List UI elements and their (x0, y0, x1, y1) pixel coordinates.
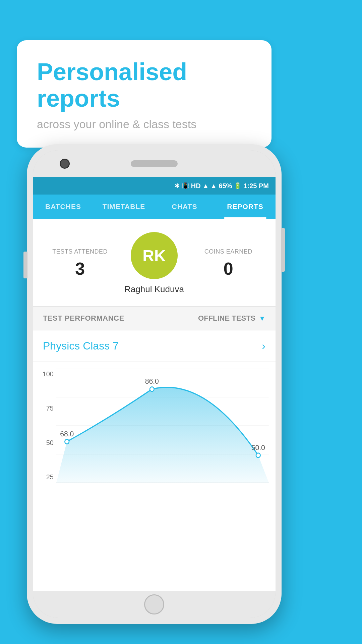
signal-icon: ▲ (211, 182, 217, 190)
phone-bezel-bottom (33, 591, 276, 618)
tests-attended-label: TESTS ATTENDED (43, 248, 117, 255)
chart-section: 100 75 50 25 (33, 362, 276, 483)
chart-container: 100 75 50 25 (36, 369, 272, 483)
coins-earned-label: COINS EARNED (191, 248, 265, 255)
front-camera (60, 159, 70, 169)
status-bar: ✱ 📳 HD ▲ ▲ 65% 🔋 1:25 PM (33, 177, 276, 195)
screen: ✱ 📳 HD ▲ ▲ 65% 🔋 1:25 PM BATCHES TIMETAB… (33, 177, 276, 591)
avatar: RK (131, 232, 178, 279)
performance-label: TEST PERFORMANCE (43, 314, 124, 323)
battery-icon: 🔋 (234, 182, 241, 190)
speaker (131, 160, 178, 167)
chart-area: 68.0 86.0 50.0 (56, 369, 269, 483)
filter-section: TEST PERFORMANCE OFFLINE TESTS ▼ (33, 307, 276, 330)
chart-fill (56, 387, 269, 483)
bubble-subtitle: across your online & class tests (37, 118, 251, 131)
time: 1:25 PM (243, 182, 269, 190)
phone-mockup: ✱ 📳 HD ▲ ▲ 65% 🔋 1:25 PM BATCHES TIMETAB… (27, 144, 282, 624)
chevron-down-icon: ▼ (259, 315, 265, 322)
data-label-2: 86.0 (145, 377, 159, 386)
tests-attended-value: 3 (43, 259, 117, 279)
avatar-initials: RK (142, 247, 166, 265)
tab-timetable[interactable]: TIMETABLE (94, 195, 154, 219)
side-button-left (23, 252, 27, 278)
avatar-container: RK Raghul Kuduva (117, 232, 191, 294)
hd-label: HD (191, 182, 201, 190)
y-label-25: 25 (36, 473, 56, 481)
y-label-75: 75 (36, 405, 56, 412)
vibrate-icon: 📳 (182, 182, 189, 190)
offline-tests-dropdown[interactable]: OFFLINE TESTS ▼ (198, 314, 265, 323)
y-label-50: 50 (36, 439, 56, 447)
offline-tests-label: OFFLINE TESTS (198, 314, 255, 323)
battery-percent: 65% (219, 182, 232, 190)
phone-bezel-top (33, 150, 276, 177)
speech-bubble: Personalised reports across your online … (17, 40, 272, 148)
tab-reports[interactable]: REPORTS (215, 195, 276, 219)
side-button-right (281, 228, 285, 272)
wifi-icon: ▲ (203, 182, 209, 190)
tab-batches[interactable]: BATCHES (33, 195, 94, 219)
data-point-3 (256, 453, 260, 458)
profile-section: TESTS ATTENDED 3 RK Raghul Kuduva COINS … (33, 219, 276, 307)
coins-earned-box: COINS EARNED 0 (191, 248, 265, 279)
chart-svg: 68.0 86.0 50.0 (56, 369, 269, 483)
data-label-3: 50.0 (251, 443, 265, 452)
bluetooth-icon: ✱ (175, 182, 180, 190)
chevron-right-icon: › (262, 340, 265, 352)
class-row[interactable]: Physics Class 7 › (33, 330, 276, 362)
data-label-1: 68.0 (60, 429, 74, 438)
tab-chats[interactable]: CHATS (154, 195, 215, 219)
nav-tabs: BATCHES TIMETABLE CHATS REPORTS (33, 195, 276, 219)
y-label-100: 100 (36, 370, 56, 378)
y-axis: 100 75 50 25 (36, 369, 56, 483)
home-button[interactable] (144, 594, 164, 614)
user-name: Raghul Kuduva (124, 284, 184, 294)
class-name: Physics Class 7 (43, 340, 119, 352)
bubble-title: Personalised reports (37, 59, 251, 112)
data-point-2 (150, 387, 154, 391)
status-icons: ✱ 📳 HD ▲ ▲ 65% 🔋 1:25 PM (175, 182, 269, 190)
coins-earned-value: 0 (191, 259, 265, 279)
phone-inner: ✱ 📳 HD ▲ ▲ 65% 🔋 1:25 PM BATCHES TIMETAB… (33, 150, 276, 618)
tests-attended-box: TESTS ATTENDED 3 (43, 248, 117, 279)
data-point-1 (65, 439, 69, 444)
